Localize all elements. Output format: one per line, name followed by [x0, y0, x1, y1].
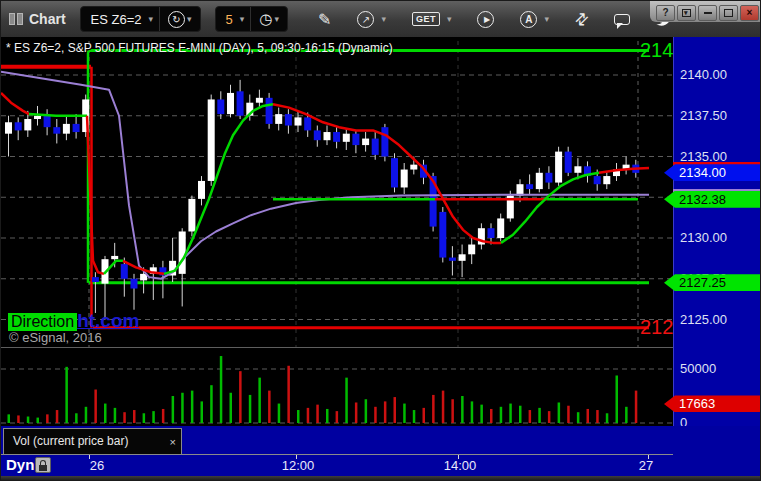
interval-value: 5 [226, 12, 233, 27]
volume-bar [538, 408, 541, 423]
volume-bar [307, 408, 310, 423]
volume-bar [548, 411, 551, 423]
chevron-down-icon: ▾ [381, 14, 386, 24]
volume-bar [587, 409, 590, 423]
tab-volume-label: Vol (current price bar) [13, 434, 128, 448]
candle-body [536, 173, 543, 189]
lower-line-price-label: 212 [640, 317, 674, 337]
close-button[interactable]: × [740, 5, 759, 21]
symbol-group: ES Z6=2 ▾ ↻ ▾ [80, 6, 201, 32]
window-bottom-edge [1, 476, 761, 481]
level-badge: 2132.38 [664, 191, 761, 208]
popout-button[interactable] [677, 5, 696, 21]
candle-body [372, 139, 379, 155]
candle-body [217, 99, 224, 114]
chart-type-button[interactable]: ↗▾ [357, 11, 386, 28]
volume-bar [625, 407, 628, 423]
volume-bar [230, 393, 233, 423]
volume-bar [606, 413, 609, 423]
volume-axis-label: 50000 [680, 361, 716, 376]
volume-bar [500, 407, 503, 423]
candle-body [121, 264, 128, 279]
speech-bubble-icon [614, 14, 630, 25]
candle-body [594, 176, 601, 184]
volume-bar [85, 407, 88, 423]
replay-button[interactable]: ▶ [477, 11, 494, 28]
volume-bar [133, 410, 136, 423]
volume-bar [17, 415, 20, 423]
candle-body [131, 279, 138, 289]
symbol-settings-button[interactable]: ↻ ▾ [160, 7, 200, 31]
time-axis[interactable]: Dyn 2612:0014:0027 [1, 455, 761, 476]
help-button[interactable]: ? [656, 5, 675, 21]
volume-bar [577, 412, 580, 423]
volume-bar [461, 396, 464, 423]
draw-tools-button[interactable]: ✎ [318, 10, 331, 29]
volume-bar [152, 411, 155, 423]
volume-bar [287, 366, 290, 423]
volume-bar [239, 371, 242, 423]
tab-row: Vol (current price bar) × [1, 426, 761, 455]
candle-body [53, 127, 60, 134]
chevron-down-icon: ▾ [240, 14, 245, 24]
dynamic-mode-label: Dyn [6, 456, 34, 473]
candle-body [44, 116, 51, 127]
candle-body [439, 212, 446, 258]
volume-bar [27, 417, 30, 423]
time-axis-label: 27 [639, 458, 653, 473]
window-title: Chart [29, 11, 66, 27]
volume-bar [480, 405, 483, 423]
price-chart-plot[interactable] [1, 1, 761, 481]
symbol-combo[interactable]: ES Z6=2 ▾ [81, 7, 159, 31]
volume-bar [374, 407, 377, 423]
chevron-down-icon: ▾ [274, 14, 279, 24]
volume-bar [394, 397, 397, 423]
candle-body [73, 124, 80, 132]
candle-body [5, 122, 12, 133]
volume-bar [56, 410, 59, 423]
volume-bar [114, 408, 117, 423]
volume-bar [423, 408, 426, 423]
close-icon[interactable]: × [170, 430, 176, 455]
interval-combo[interactable]: 5 ▾ [216, 7, 251, 31]
candle-body [410, 165, 417, 170]
candle-body [603, 176, 610, 184]
volume-bar [596, 410, 599, 423]
volume-bar [451, 399, 454, 423]
chevron-down-icon: ▾ [187, 14, 192, 24]
price-axis-panel[interactable]: 2140.002137.502135.002132.502130.002127.… [673, 37, 761, 455]
candle-body [208, 99, 215, 181]
volume-bar [278, 404, 281, 423]
candle-body [333, 132, 340, 142]
volume-bar [268, 391, 271, 423]
volume-bar [75, 413, 78, 423]
toolbar: Chart ES Z6=2 ▾ ↻ ▾ 5 ▾ ◷ ▾ ✎ ↗▾ [1, 1, 761, 37]
trade-button[interactable]: ⇅ [575, 10, 588, 29]
volume-bar [490, 409, 493, 423]
volume-bar [249, 395, 252, 423]
candle-body [275, 114, 282, 124]
chevron-down-icon: ▾ [149, 14, 154, 24]
price-axis-label: 2125.00 [680, 312, 727, 327]
volume-bar [258, 378, 261, 423]
tab-volume-study[interactable]: Vol (current price bar) × [3, 428, 182, 455]
upper-line-price-label: 214 [640, 40, 674, 60]
clock-icon: ◷ [259, 10, 272, 28]
time-axis-label: 12:00 [282, 458, 315, 473]
maximize-button[interactable] [719, 5, 738, 21]
volume-bar [345, 378, 348, 423]
arrow-up-right-icon: ↗ [357, 11, 374, 28]
volume-bar [162, 409, 165, 423]
play-icon: ▶ [477, 11, 494, 28]
minimize-button[interactable] [698, 5, 717, 21]
time-template-button[interactable]: ◷ ▾ [251, 7, 287, 31]
candle-body [63, 124, 70, 134]
get-icon: GET [412, 12, 440, 26]
alerts-button[interactable]: A▾ [520, 11, 549, 28]
candle-body [526, 184, 533, 189]
price-axis-label: 2137.50 [680, 108, 727, 123]
chat-button[interactable] [614, 14, 630, 25]
lock-icon[interactable] [35, 457, 51, 473]
candle-body [256, 98, 263, 103]
get-data-button[interactable]: GET▾ [412, 12, 452, 26]
